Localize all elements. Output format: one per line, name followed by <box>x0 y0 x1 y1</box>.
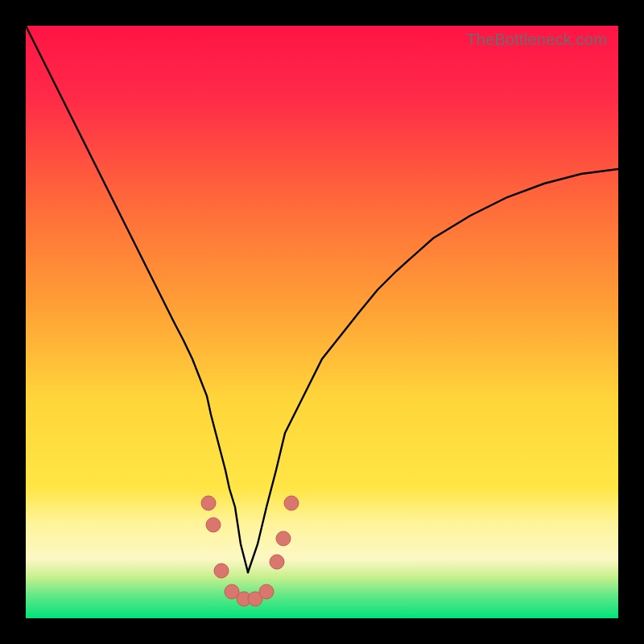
marker-dot <box>270 555 284 569</box>
curve-right-branch <box>248 169 618 572</box>
plot-area: TheBottleneck.com <box>26 26 618 618</box>
bottleneck-curve <box>26 26 618 618</box>
curve-left-branch <box>26 26 248 572</box>
marker-dot <box>206 518 221 532</box>
chart-frame: TheBottleneck.com <box>0 0 644 644</box>
marker-dot <box>284 496 299 510</box>
marker-dot <box>214 564 229 578</box>
valley-markers <box>201 496 299 606</box>
marker-dot <box>276 531 291 546</box>
marker-dot <box>259 584 274 599</box>
marker-dot <box>201 496 216 510</box>
watermark-text: TheBottleneck.com <box>466 31 607 49</box>
